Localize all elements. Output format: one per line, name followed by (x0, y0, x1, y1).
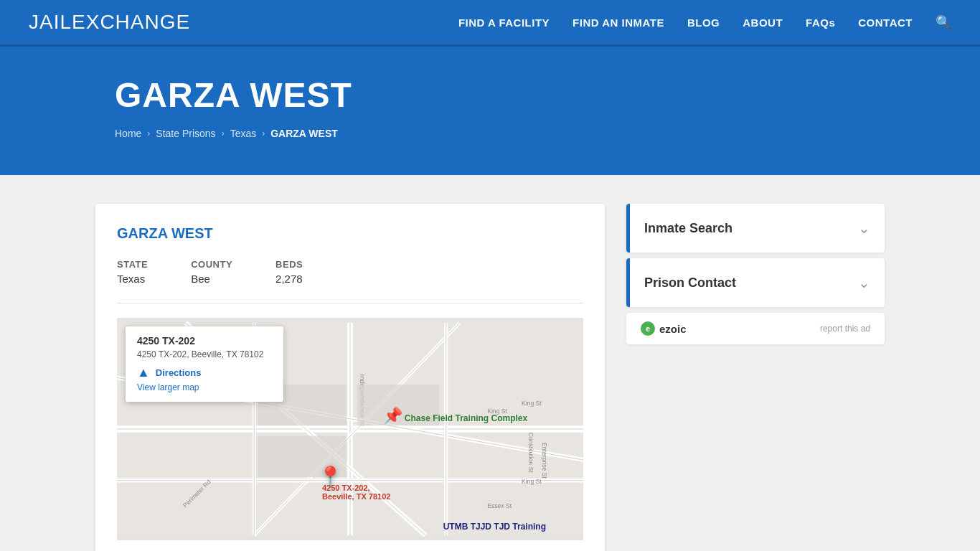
main-content: GARZA WEST STATE Texas COUNTY Bee BEDS 2… (81, 204, 899, 551)
popup-actions: ▲ Directions (137, 365, 272, 380)
page-title: GARZA WEST (115, 75, 865, 115)
directions-icon: ▲ (137, 365, 150, 380)
inmate-search-chevron-icon: ⌄ (858, 220, 870, 237)
logo-jail: JAIL (29, 11, 72, 33)
svg-text:Enterprise St: Enterprise St (541, 443, 548, 479)
map-poi-utmb: UTMB TJJD TJD Training (443, 522, 546, 532)
facility-card: GARZA WEST STATE Texas COUNTY Bee BEDS 2… (95, 204, 605, 551)
site-logo[interactable]: JAILEXCHANGE (29, 11, 190, 34)
ezoic-label: ezoic (659, 323, 687, 335)
ezoic-logo: e ezoic (641, 321, 687, 336)
ezoic-ad-bar: e ezoic report this ad (626, 313, 885, 344)
main-nav: FIND A FACILITY FIND AN INMATE BLOG ABOU… (458, 14, 951, 30)
nav-blog[interactable]: BLOG (687, 17, 720, 29)
nav-contact[interactable]: CONTACT (858, 17, 913, 29)
beds-info: BEDS 2,278 (275, 259, 303, 286)
prison-contact-chevron-icon: ⌄ (858, 274, 870, 291)
logo-exchange: EXCHANGE (72, 11, 190, 33)
poi-label: Chase Field Training Complex (405, 413, 527, 423)
sidebar-inmate-search: Inmate Search ⌄ (626, 204, 885, 253)
utmb-label: UTMB TJJD TJD Training (443, 522, 546, 532)
nav-faqs[interactable]: FAQs (806, 17, 835, 29)
map-poi-chase-field: 📌 Chase Field Training Complex (383, 407, 528, 425)
facility-info-grid: STATE Texas COUNTY Bee BEDS 2,278 (117, 259, 583, 286)
county-info: COUNTY Bee (191, 259, 232, 286)
breadcrumb-home[interactable]: Home (115, 128, 141, 139)
breadcrumb-current: GARZA WEST (270, 128, 338, 139)
map-background: Independence St Perimeter Rd Essex St Co… (117, 318, 583, 540)
info-divider (117, 303, 583, 303)
breadcrumb-chevron-1: › (147, 128, 150, 138)
facility-title: GARZA WEST (117, 225, 583, 242)
site-header: JAILEXCHANGE FIND A FACILITY FIND AN INM… (0, 0, 980, 47)
nav-about[interactable]: ABOUT (743, 17, 783, 29)
beds-value: 2,278 (275, 273, 303, 285)
map-container: Independence St Perimeter Rd Essex St Co… (117, 318, 583, 540)
county-label: COUNTY (191, 259, 232, 270)
map-address-label: 4250 TX-202,Beeville, TX 78102 (322, 484, 390, 501)
search-icon-button[interactable]: 🔍 (936, 14, 951, 30)
hero-section: GARZA WEST Home › State Prisons › Texas … (0, 47, 980, 175)
svg-text:King St: King St (522, 478, 542, 485)
state-info: STATE Texas (117, 259, 148, 286)
inmate-search-toggle[interactable]: Inmate Search ⌄ (626, 204, 885, 253)
state-value: Texas (117, 273, 145, 285)
state-label: STATE (117, 259, 148, 270)
breadcrumb-state-prisons[interactable]: State Prisons (156, 128, 215, 139)
right-sidebar: Inmate Search ⌄ Prison Contact ⌄ e ezoic… (626, 204, 885, 344)
inmate-search-label: Inmate Search (644, 221, 732, 236)
svg-text:Essex St: Essex St (487, 502, 512, 509)
breadcrumb-chevron-2: › (222, 128, 225, 138)
breadcrumb-chevron-3: › (262, 128, 265, 138)
beds-label: BEDS (275, 259, 303, 270)
breadcrumb: Home › State Prisons › Texas › GARZA WES… (115, 128, 865, 139)
prison-contact-toggle[interactable]: Prison Contact ⌄ (626, 258, 885, 307)
poi-pin-icon: 📌 (383, 407, 402, 425)
directions-button[interactable]: Directions (156, 367, 202, 378)
nav-find-inmate[interactable]: FIND AN INMATE (573, 17, 664, 29)
ezoic-icon: e (641, 321, 655, 336)
prison-contact-label: Prison Contact (644, 276, 736, 291)
popup-address: 4250 TX-202, Beeville, TX 78102 (137, 349, 272, 359)
map-popup: 4250 TX-202 4250 TX-202, Beeville, TX 78… (126, 326, 283, 402)
view-larger-map-link[interactable]: View larger map (137, 382, 199, 392)
county-value: Bee (191, 273, 210, 285)
nav-find-facility[interactable]: FIND A FACILITY (458, 17, 550, 29)
sidebar-prison-contact: Prison Contact ⌄ (626, 258, 885, 307)
svg-text:Constitution St: Constitution St (527, 433, 534, 474)
popup-title: 4250 TX-202 (137, 335, 272, 347)
svg-text:King St: King St (522, 400, 542, 407)
report-ad-link[interactable]: report this ad (820, 324, 870, 334)
breadcrumb-texas[interactable]: Texas (230, 128, 257, 139)
